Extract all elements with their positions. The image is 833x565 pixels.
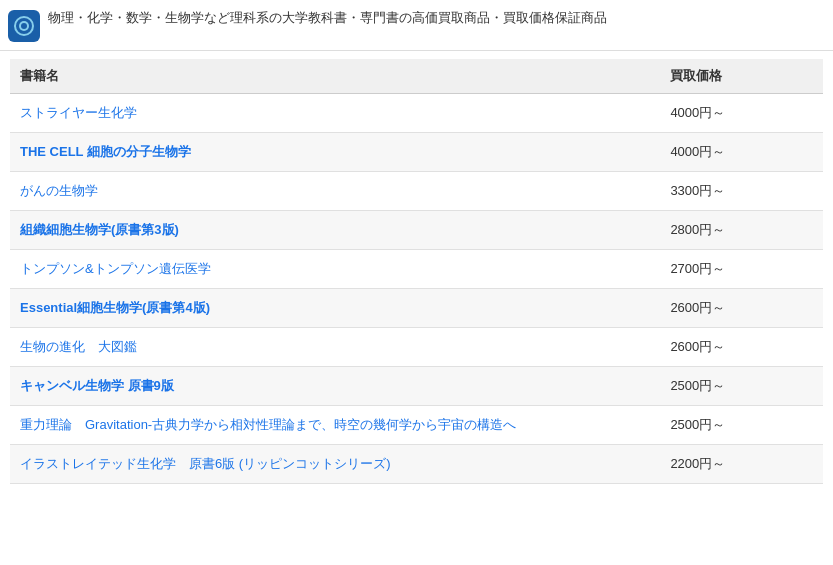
book-title-link[interactable]: がんの生物学 bbox=[20, 183, 98, 198]
table-row: 組織細胞生物学(原書第3版)2800円～ bbox=[10, 211, 823, 250]
book-price-cell: 3300円～ bbox=[660, 172, 823, 211]
table-row: 生物の進化 大図鑑2600円～ bbox=[10, 328, 823, 367]
table-row: キャンベル生物学 原書9版2500円～ bbox=[10, 367, 823, 406]
table-row: イラストレイテッド生化学 原書6版 (リッピンコットシリーズ)2200円～ bbox=[10, 445, 823, 484]
table-row: ストライヤー生化学4000円～ bbox=[10, 94, 823, 133]
book-title-link[interactable]: 生物の進化 大図鑑 bbox=[20, 339, 137, 354]
book-title-cell: ストライヤー生化学 bbox=[10, 94, 660, 133]
header-description: 物理・化学・数学・生物学など理科系の大学教科書・専門書の高価買取商品・買取価格保… bbox=[48, 8, 607, 28]
table-row: Essential細胞生物学(原書第4版)2600円～ bbox=[10, 289, 823, 328]
books-table: 書籍名 買取価格 ストライヤー生化学4000円～THE CELL 細胞の分子生物… bbox=[10, 59, 823, 484]
book-price-cell: 2500円～ bbox=[660, 367, 823, 406]
col-header-price: 買取価格 bbox=[660, 59, 823, 94]
book-title-link[interactable]: Essential細胞生物学(原書第4版) bbox=[20, 300, 210, 315]
book-title-link[interactable]: THE CELL 細胞の分子生物学 bbox=[20, 144, 191, 159]
book-title-cell: 重力理論 Gravitation-古典力学から相対性理論まで、時空の幾何学から宇… bbox=[10, 406, 660, 445]
book-price-cell: 4000円～ bbox=[660, 94, 823, 133]
book-price-cell: 4000円～ bbox=[660, 133, 823, 172]
book-price-cell: 2800円～ bbox=[660, 211, 823, 250]
book-title-link[interactable]: 重力理論 Gravitation-古典力学から相対性理論まで、時空の幾何学から宇… bbox=[20, 417, 516, 432]
book-price-cell: 2700円～ bbox=[660, 250, 823, 289]
book-price-cell: 2500円～ bbox=[660, 406, 823, 445]
book-price-cell: 2600円～ bbox=[660, 328, 823, 367]
header-icon bbox=[8, 10, 40, 42]
book-title-cell: Essential細胞生物学(原書第4版) bbox=[10, 289, 660, 328]
book-price-cell: 2200円～ bbox=[660, 445, 823, 484]
table-row: 重力理論 Gravitation-古典力学から相対性理論まで、時空の幾何学から宇… bbox=[10, 406, 823, 445]
svg-point-3 bbox=[21, 23, 27, 29]
book-title-cell: がんの生物学 bbox=[10, 172, 660, 211]
table-header-row: 書籍名 買取価格 bbox=[10, 59, 823, 94]
table-row: トンプソン&トンプソン遺伝医学2700円～ bbox=[10, 250, 823, 289]
book-title-link[interactable]: イラストレイテッド生化学 原書6版 (リッピンコットシリーズ) bbox=[20, 456, 391, 471]
col-header-book: 書籍名 bbox=[10, 59, 660, 94]
book-title-link[interactable]: トンプソン&トンプソン遺伝医学 bbox=[20, 261, 211, 276]
header-bar: 物理・化学・数学・生物学など理科系の大学教科書・専門書の高価買取商品・買取価格保… bbox=[0, 0, 833, 51]
book-title-cell: THE CELL 細胞の分子生物学 bbox=[10, 133, 660, 172]
book-title-cell: イラストレイテッド生化学 原書6版 (リッピンコットシリーズ) bbox=[10, 445, 660, 484]
table-row: がんの生物学3300円～ bbox=[10, 172, 823, 211]
book-title-cell: キャンベル生物学 原書9版 bbox=[10, 367, 660, 406]
main-table-container: 書籍名 買取価格 ストライヤー生化学4000円～THE CELL 細胞の分子生物… bbox=[0, 59, 833, 484]
book-title-link[interactable]: ストライヤー生化学 bbox=[20, 105, 137, 120]
book-title-cell: 組織細胞生物学(原書第3版) bbox=[10, 211, 660, 250]
table-row: THE CELL 細胞の分子生物学4000円～ bbox=[10, 133, 823, 172]
book-title-cell: 生物の進化 大図鑑 bbox=[10, 328, 660, 367]
book-title-link[interactable]: キャンベル生物学 原書9版 bbox=[20, 378, 174, 393]
book-title-link[interactable]: 組織細胞生物学(原書第3版) bbox=[20, 222, 179, 237]
book-title-cell: トンプソン&トンプソン遺伝医学 bbox=[10, 250, 660, 289]
book-price-cell: 2600円～ bbox=[660, 289, 823, 328]
